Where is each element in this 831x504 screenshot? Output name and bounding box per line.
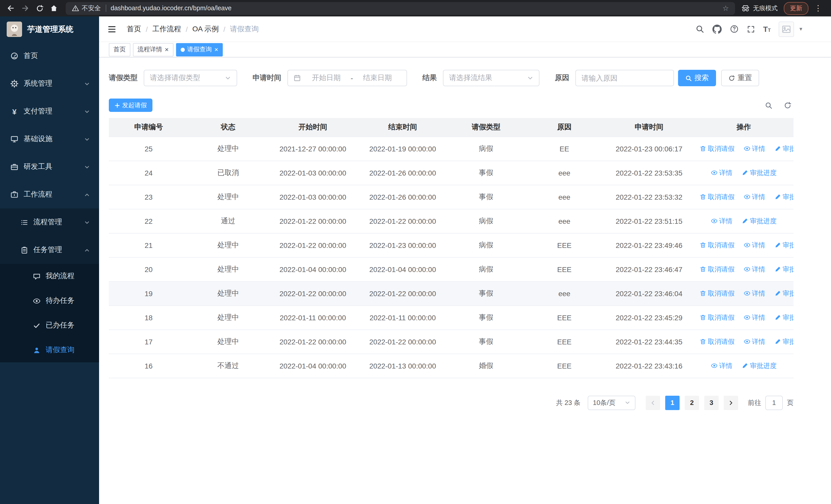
tab-process-detail[interactable]: 流程详情 × — [133, 43, 173, 56]
sidebar-item-leave-query[interactable]: 请假查询 — [0, 338, 99, 362]
approval-progress-link[interactable]: 审批进度 — [775, 313, 794, 322]
sidebar-item-my-process[interactable]: 我的流程 — [0, 264, 99, 289]
result-select[interactable]: 请选择流结果 — [443, 70, 540, 86]
cancel-leave-link[interactable]: 取消请假 — [699, 289, 735, 298]
detail-link[interactable]: 详情 — [744, 240, 765, 250]
table-row: 22 通过 2022-01-22 00:00:00 2022-01-22 00:… — [109, 209, 794, 233]
detail-link[interactable]: 详情 — [744, 313, 765, 322]
detail-label: 详情 — [752, 144, 765, 153]
sidebar-item-workflow[interactable]: 工作流程 — [0, 181, 99, 208]
address-bar[interactable]: 不安全 dashboard.yudao.iocoder.cn/bpm/oa/le… — [66, 2, 735, 14]
sidebar-item-label: 请假查询 — [46, 346, 75, 355]
leave-type-label: 请假类型 — [109, 73, 138, 83]
search-button[interactable]: 搜索 — [678, 70, 716, 86]
approval-progress-link[interactable]: 审批进度 — [775, 144, 794, 153]
update-button[interactable]: 更新 — [784, 2, 808, 14]
detail-link[interactable]: 详情 — [711, 361, 733, 370]
sidebar-item-process-management[interactable]: 流程管理 — [0, 208, 99, 236]
page-content: 请假类型 请选择请假类型 申请时间 开始日期 - 结束日期 — [99, 58, 831, 504]
forward-button[interactable] — [19, 2, 32, 15]
security-warning[interactable]: 不安全 — [72, 4, 101, 12]
toggle-search-button[interactable] — [765, 101, 773, 109]
font-size-button[interactable]: TT — [763, 25, 771, 33]
collapse-sidebar-button[interactable] — [107, 24, 116, 34]
leave-type-select[interactable]: 请选择请假类型 — [144, 70, 237, 86]
sidebar-item-payment[interactable]: ¥ 支付管理 — [0, 97, 99, 125]
approval-progress-link[interactable]: 审批进度 — [775, 289, 794, 298]
breadcrumb-item-home[interactable]: 首页 — [127, 24, 141, 34]
prev-page-button[interactable] — [646, 395, 660, 410]
breadcrumb-item-oa-example[interactable]: OA 示例 — [193, 24, 219, 34]
create-leave-button[interactable]: 发起请假 — [109, 98, 152, 112]
sidebar-item-home[interactable]: 首页 — [0, 42, 99, 70]
approval-progress-link[interactable]: 审批进度 — [742, 361, 777, 370]
tab-label: 首页 — [113, 45, 126, 54]
page-number-button[interactable]: 1 — [665, 395, 680, 410]
detail-link[interactable]: 详情 — [711, 168, 733, 177]
cell-actions: 取消请假 详情 审批进度 — [694, 305, 794, 329]
cancel-leave-link[interactable]: 取消请假 — [699, 192, 735, 202]
breadcrumb-item-workflow[interactable]: 工作流程 — [152, 24, 181, 34]
sidebar-item-label: 任务管理 — [33, 245, 62, 255]
github-link[interactable] — [712, 24, 722, 34]
cancel-leave-link[interactable]: 取消请假 — [699, 313, 735, 322]
bookmark-star-icon[interactable]: ☆ — [722, 4, 729, 12]
caret-down-icon[interactable]: ▾ — [799, 26, 802, 32]
sidebar-item-todo-tasks[interactable]: 待办任务 — [0, 289, 99, 313]
page-number-button[interactable]: 3 — [704, 395, 719, 410]
sidebar-item-done-tasks[interactable]: 已办任务 — [0, 313, 99, 338]
user-avatar[interactable] — [779, 21, 794, 37]
cancel-leave-link[interactable]: 取消请假 — [699, 144, 735, 153]
sidebar-item-label: 待办任务 — [46, 296, 75, 305]
sidebar-item-system[interactable]: 系统管理 — [0, 70, 99, 97]
detail-link[interactable]: 详情 — [744, 289, 765, 298]
refresh-table-button[interactable] — [784, 101, 792, 109]
detail-link[interactable]: 详情 — [711, 216, 733, 226]
home-button[interactable] — [47, 2, 61, 15]
chevron-down-icon — [625, 400, 630, 406]
column-header: 操作 — [694, 118, 794, 137]
goto-page-input[interactable] — [765, 395, 783, 410]
help-button[interactable] — [730, 25, 739, 33]
cell-start-time: 2022-01-03 00:00:00 — [268, 161, 358, 185]
navbar-actions: TT ▾ — [695, 21, 802, 37]
reason-input[interactable] — [575, 70, 674, 86]
approval-progress-link[interactable]: 审批进度 — [742, 216, 777, 226]
detail-link[interactable]: 详情 — [744, 265, 765, 274]
sidebar-item-devtools[interactable]: 研发工具 — [0, 153, 99, 181]
sidebar-item-label: 基础设施 — [24, 135, 52, 144]
approval-progress-link[interactable]: 审批进度 — [742, 168, 777, 177]
back-button[interactable] — [4, 2, 18, 15]
page-size-select[interactable]: 10条/页 — [588, 395, 635, 410]
cancel-leave-link[interactable]: 取消请假 — [699, 265, 735, 274]
close-tab-icon[interactable]: × — [214, 46, 218, 53]
cancel-leave-link[interactable]: 取消请假 — [699, 240, 735, 250]
approval-progress-link[interactable]: 审批进度 — [775, 337, 794, 346]
fullscreen-button[interactable] — [747, 25, 755, 33]
header-search-button[interactable] — [695, 25, 704, 33]
approval-progress-link[interactable]: 审批进度 — [775, 240, 794, 250]
detail-link[interactable]: 详情 — [744, 337, 765, 346]
tab-home[interactable]: 首页 — [109, 43, 131, 56]
approval-progress-link[interactable]: 审批进度 — [775, 192, 794, 202]
chat-icon — [33, 272, 40, 280]
reset-button[interactable]: 重置 — [721, 70, 759, 86]
cell-actions: 详情 审批进度 — [694, 161, 794, 185]
browser-menu-button[interactable]: ⋮ — [811, 2, 825, 15]
approval-progress-label: 审批进度 — [783, 192, 794, 202]
next-page-button[interactable] — [724, 395, 738, 410]
close-tab-icon[interactable]: × — [165, 46, 169, 53]
detail-link[interactable]: 详情 — [744, 144, 765, 153]
detail-link[interactable]: 详情 — [744, 192, 765, 202]
page-number-button[interactable]: 2 — [685, 395, 699, 410]
approval-progress-link[interactable]: 审批进度 — [775, 265, 794, 274]
reload-button[interactable] — [33, 2, 46, 15]
cancel-leave-link[interactable]: 取消请假 — [699, 337, 735, 346]
cell-status: 不通过 — [189, 354, 268, 378]
apply-time-range-picker[interactable]: 开始日期 - 结束日期 — [287, 70, 407, 86]
sidebar-item-infrastructure[interactable]: 基础设施 — [0, 125, 99, 153]
sidebar-item-task-management[interactable]: 任务管理 — [0, 236, 99, 264]
app-logo[interactable]: 芋道管理系统 — [0, 17, 99, 42]
tab-leave-query[interactable]: 请假查询 × — [176, 43, 223, 56]
table-row: 24 已取消 2022-01-03 00:00:00 2022-01-26 00… — [109, 161, 794, 185]
